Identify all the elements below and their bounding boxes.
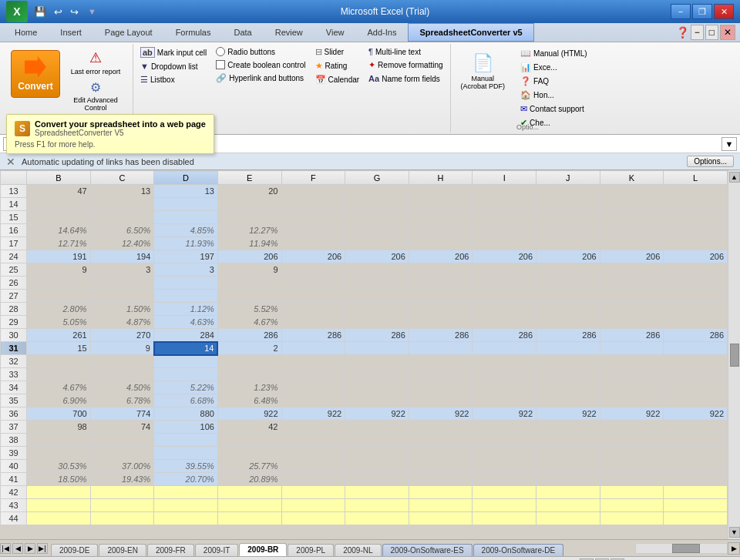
col-header-b[interactable]: B [27, 171, 91, 185]
quick-access-redo[interactable]: ↪ [69, 5, 80, 19]
cell-g13[interactable] [345, 185, 409, 198]
contact-button[interactable]: ✉ Contact support [516, 102, 590, 116]
tab-view[interactable]: View [314, 23, 356, 42]
col-header-d[interactable]: D [154, 171, 218, 185]
sheet-tab-2009-nl[interactable]: 2009-NL [335, 544, 381, 556]
h-scroll-right[interactable]: ▶ [728, 542, 740, 555]
quick-access-undo[interactable]: ↩ [52, 5, 64, 19]
notification-close-button[interactable]: ✕ [6, 156, 15, 168]
rating-button[interactable]: ★ Rating [311, 59, 364, 72]
row-header-29[interactable]: 29 [1, 316, 27, 329]
dropdown-list-button[interactable]: ▼ Dropdown list [136, 60, 210, 72]
calendar-button[interactable]: 📅 Calendar [311, 73, 364, 86]
ribbon-window-min[interactable]: − [691, 25, 704, 40]
formula-scroll-btn[interactable]: ▼ [722, 137, 737, 151]
listbox-button[interactable]: ☰ Listbox [136, 73, 210, 86]
sheet-tab-2009-fr[interactable]: 2009-FR [147, 544, 194, 556]
row-header-24[interactable]: 24 [1, 250, 27, 263]
row-header-27[interactable]: 27 [1, 290, 27, 303]
name-form-fields-button[interactable]: Aa Name form fields [365, 72, 446, 85]
row-header-42[interactable]: 42 [1, 486, 27, 499]
tab-spreadsheetconverter[interactable]: SpreadsheetConverter v5 [408, 23, 533, 42]
row-header-25[interactable]: 25 [1, 263, 27, 277]
row-header-30[interactable]: 30 [1, 329, 27, 342]
cell-h13[interactable] [409, 185, 473, 198]
radio-buttons-button[interactable]: Radio buttons [212, 45, 309, 58]
cell-j13[interactable] [536, 185, 600, 198]
scroll-down-button[interactable]: ▼ [729, 527, 740, 538]
row-header-14[interactable]: 14 [1, 198, 27, 211]
row-header-15[interactable]: 15 [1, 211, 27, 224]
sheet-tab-2009-br[interactable]: 2009-BR [239, 543, 287, 556]
tab-insert[interactable]: Insert [49, 23, 93, 42]
row-header-35[interactable]: 35 [1, 394, 27, 407]
tab-formulas[interactable]: Formulas [164, 23, 223, 42]
tab-nav-prev[interactable]: ◀ [12, 543, 23, 554]
manual-html-button[interactable]: 📖 Manual (HTML) [516, 47, 590, 60]
row-header-39[interactable]: 39 [1, 447, 27, 460]
row-header-13[interactable]: 13 [1, 185, 27, 198]
mark-input-cell-button[interactable]: ab Mark input cell [136, 45, 210, 59]
horizontal-scrollbar[interactable] [635, 543, 728, 554]
help-icon[interactable]: ❓ [676, 26, 689, 39]
cell-c13[interactable]: 13 [90, 185, 154, 198]
notification-options-button[interactable]: Options... [687, 156, 734, 167]
row-header-33[interactable]: 33 [1, 368, 27, 381]
row-header-28[interactable]: 28 [1, 303, 27, 316]
sheet-tab-2009-de[interactable]: 2009-DE [51, 544, 98, 556]
hyperlink-button[interactable]: 🔗 Hyperlink and buttons [212, 72, 309, 85]
cell-k13[interactable] [600, 185, 664, 198]
row-header-31[interactable]: 31 [1, 342, 27, 355]
sheet-tab-2009-onsoftware-es[interactable]: 2009-OnSoftware-ES [382, 544, 473, 556]
sheet-scroll-area[interactable]: B C D E F G H I J K L [0, 170, 728, 539]
faq-button[interactable]: ❓ FAQ [516, 75, 590, 88]
col-header-h[interactable]: H [409, 171, 473, 185]
cell-d13[interactable]: 13 [154, 185, 218, 198]
remove-formatting-button[interactable]: ✦ Remove formatting [365, 59, 446, 72]
restore-button[interactable]: ❐ [692, 4, 712, 19]
col-header-g[interactable]: G [345, 171, 409, 185]
cell-b14[interactable] [27, 198, 91, 211]
edit-advanced-button[interactable]: ⚙ Edit Advanced Control [63, 78, 128, 114]
tab-nav-first[interactable]: |◀ [0, 543, 11, 554]
manual-pdf-button[interactable]: 📄 Manual(Acrobat PDF) [456, 47, 511, 96]
col-header-l[interactable]: L [664, 171, 728, 185]
row-header-41[interactable]: 41 [1, 473, 27, 486]
cell-l13[interactable] [664, 185, 728, 198]
row-header-17[interactable]: 17 [1, 237, 27, 250]
row-header-36[interactable]: 36 [1, 407, 27, 421]
row-header-44[interactable]: 44 [1, 512, 27, 525]
vertical-scrollbar[interactable]: ▲ ▼ [728, 170, 740, 539]
row-header-37[interactable]: 37 [1, 421, 27, 434]
boolean-control-button[interactable]: Create boolean control [212, 59, 309, 71]
ribbon-window-close[interactable]: ✕ [720, 25, 735, 40]
cell-b13[interactable]: 47 [27, 185, 91, 198]
sheet-tab-2009-en[interactable]: 2009-EN [99, 544, 146, 556]
tab-add-ins[interactable]: Add-Ins [355, 23, 408, 42]
cell-i13[interactable] [473, 185, 536, 198]
ribbon-window-restore[interactable]: □ [705, 25, 718, 40]
row-header-40[interactable]: 40 [1, 460, 27, 473]
h-scroll-thumb[interactable] [672, 544, 699, 553]
multiline-button[interactable]: ¶ Multi-line text [365, 45, 446, 58]
tab-data[interactable]: Data [222, 23, 263, 42]
sheet-tab-2009-pl[interactable]: 2009-PL [288, 544, 334, 556]
row-header-16[interactable]: 16 [1, 224, 27, 237]
slider-button[interactable]: ⊟ Slider [311, 45, 364, 59]
scroll-thumb[interactable] [730, 344, 739, 367]
quick-access-save[interactable]: 💾 [32, 5, 48, 19]
tab-home[interactable]: Home [3, 23, 49, 42]
cell-e13[interactable]: 20 [217, 185, 281, 198]
tab-review[interactable]: Review [264, 23, 314, 42]
col-header-f[interactable]: F [281, 171, 345, 185]
col-header-i[interactable]: I [473, 171, 536, 185]
tab-nav-last[interactable]: ▶| [37, 543, 48, 554]
col-header-c[interactable]: C [90, 171, 154, 185]
sheet-tab-2009-onsoftware-de[interactable]: 2009-OnSoftware-DE [473, 544, 564, 556]
sheet-tab-2009-it[interactable]: 2009-IT [195, 544, 238, 556]
tab-page-layout[interactable]: Page Layout [93, 23, 164, 42]
cell-f13[interactable] [281, 185, 345, 198]
hon-button[interactable]: 🏠 Hon... [516, 89, 590, 102]
quick-access-dropdown[interactable]: ▼ [85, 7, 99, 16]
cell-d31-selected[interactable]: 14 [154, 342, 218, 355]
